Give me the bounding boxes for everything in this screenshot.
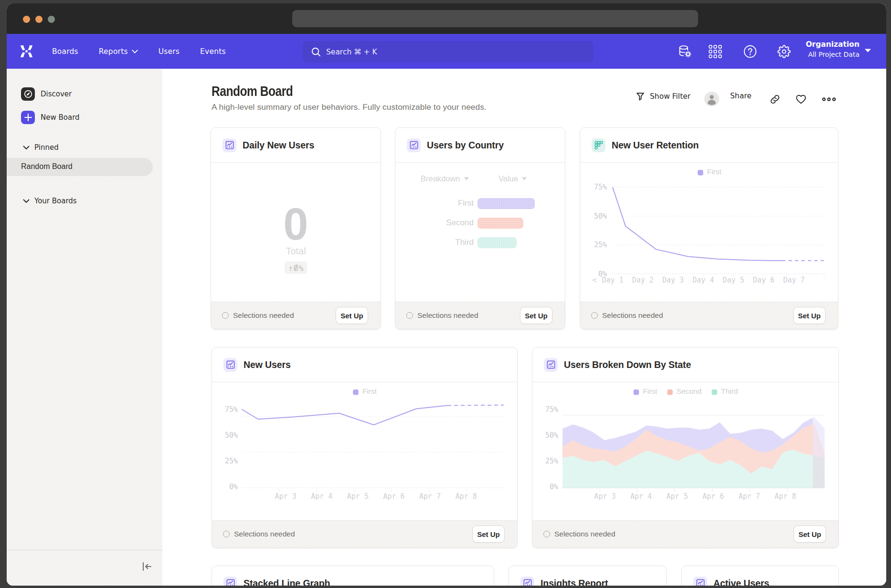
- nav-item-users[interactable]: Users: [159, 47, 180, 56]
- search-placeholder: Search ⌘ + K: [326, 48, 377, 56]
- country-row-label: Second: [435, 218, 474, 228]
- status-circle-icon: [543, 531, 550, 537]
- svg-text:Second: Second: [677, 387, 702, 395]
- svg-text:Apr 7: Apr 7: [419, 492, 441, 501]
- set-up-button[interactable]: Set Up: [793, 307, 826, 324]
- card-title: Insights Report: [541, 578, 608, 586]
- settings-button[interactable]: [776, 44, 791, 59]
- copy-link-button[interactable]: [769, 94, 781, 105]
- svg-text:25%: 25%: [225, 457, 238, 465]
- svg-text:Apr 4: Apr 4: [630, 492, 652, 501]
- column-breakdown[interactable]: Breakdown: [421, 174, 469, 183]
- svg-text:25%: 25%: [594, 241, 607, 249]
- window-minimize-button[interactable]: [35, 16, 42, 23]
- country-row-bar: [477, 198, 535, 209]
- svg-text:First: First: [362, 387, 377, 395]
- org-switcher[interactable]: Organization All Project Data: [806, 40, 859, 58]
- ellipsis-icon: [822, 96, 836, 102]
- board-subtitle: A high-level summary of user behaviors. …: [212, 102, 487, 112]
- svg-text:Day 6: Day 6: [753, 276, 774, 284]
- browser-window: BoardsReportsUsersEvents Search ⌘ + K: [7, 3, 886, 586]
- address-bar[interactable]: [292, 10, 698, 27]
- sidebar-random-board-label: Random Board: [21, 162, 73, 171]
- nav-item-boards[interactable]: Boards: [52, 47, 78, 56]
- svg-text:Day 3: Day 3: [662, 276, 684, 284]
- card-title: New Users: [244, 359, 291, 370]
- window-zoom-button[interactable]: [48, 16, 55, 23]
- status-text: Selections needed: [417, 311, 478, 320]
- nav-item-reports[interactable]: Reports: [99, 47, 138, 56]
- sidebar-section-your-boards[interactable]: Your Boards: [23, 197, 77, 205]
- board-owner-avatar[interactable]: [704, 92, 719, 106]
- card-footer: Selections needed Set Up: [395, 302, 565, 329]
- svg-text:Apr 6: Apr 6: [383, 492, 404, 501]
- apps-menu-button[interactable]: [708, 44, 722, 59]
- sidebar: Discover New Board Pinned Random Board Y…: [7, 69, 162, 586]
- set-up-button[interactable]: Set Up: [794, 525, 826, 543]
- line-chart-icon: [223, 358, 237, 372]
- sidebar-discover-label: Discover: [41, 90, 72, 98]
- card-stacked-line-graph: Stacked Line Graph: [212, 566, 494, 586]
- new-users-line-chart: First0%25%50%75%Apr 3Apr 4Apr 5Apr 6Apr …: [212, 382, 518, 521]
- svg-text:50%: 50%: [545, 431, 558, 440]
- svg-text:75%: 75%: [545, 405, 558, 414]
- card-footer: Selections needed Set Up: [211, 302, 381, 329]
- nav-item-label: Users: [159, 47, 180, 56]
- caret-down-icon: [522, 177, 527, 180]
- metric-label: Total: [211, 246, 381, 257]
- column-value[interactable]: Value: [499, 174, 527, 183]
- help-button[interactable]: [742, 44, 757, 59]
- metric-delta-badge: ↑0%: [284, 262, 308, 274]
- card-footer: Selections needed Set Up: [212, 520, 517, 547]
- sidebar-item-new-board[interactable]: New Board: [21, 111, 80, 124]
- data-management-button[interactable]: [678, 44, 692, 59]
- sidebar-new-board-label: New Board: [41, 113, 80, 122]
- svg-text:Apr 8: Apr 8: [774, 492, 796, 501]
- set-up-button[interactable]: Set Up: [336, 307, 368, 324]
- svg-text:Day 5: Day 5: [723, 276, 744, 284]
- svg-text:0%: 0%: [550, 483, 558, 491]
- svg-text:First: First: [707, 168, 722, 176]
- card-title: New User Retention: [612, 140, 699, 151]
- status-text: Selections needed: [554, 530, 615, 538]
- filter-funnel-icon: [636, 92, 645, 101]
- share-button[interactable]: Share: [730, 92, 752, 100]
- country-row-bar: [477, 237, 517, 248]
- card-daily-new-users: Daily New Users 0 Total ↑0% Selections n…: [211, 127, 381, 329]
- line-chart-icon: [693, 577, 707, 586]
- svg-text:Apr 8: Apr 8: [456, 492, 477, 501]
- sidebar-section-pinned[interactable]: Pinned: [23, 143, 59, 152]
- retention-grid-icon: [592, 138, 605, 152]
- nav-item-events[interactable]: Events: [200, 47, 226, 56]
- show-filter-button[interactable]: Show Filter: [636, 92, 690, 101]
- sidebar-item-discover[interactable]: Discover: [21, 87, 72, 101]
- country-row-label: Third: [435, 238, 474, 247]
- card-header: New Users: [212, 347, 517, 382]
- collapse-sidebar-icon[interactable]: [141, 561, 153, 572]
- card-header: Users by Country: [395, 128, 565, 163]
- sidebar-divider: [7, 550, 162, 550]
- card-insights-report: Insights Report: [509, 566, 667, 586]
- window-titlebar: [7, 3, 886, 34]
- svg-text:50%: 50%: [594, 212, 607, 220]
- org-caret-icon: [864, 48, 871, 53]
- mixpanel-logo[interactable]: [21, 45, 32, 57]
- favorite-button[interactable]: [795, 94, 807, 105]
- card-header: New User Retention: [580, 128, 838, 163]
- window-close-button[interactable]: [23, 16, 30, 23]
- search-input[interactable]: Search ⌘ + K: [303, 41, 594, 63]
- card-title: Users Broken Down By State: [564, 359, 691, 370]
- link-icon: [769, 94, 781, 105]
- board-content: Random Board A high-level summary of use…: [162, 69, 886, 586]
- card-header: Daily New Users: [211, 128, 381, 163]
- chevron-down-icon: [132, 50, 138, 53]
- card-title: Stacked Line Graph: [244, 578, 330, 586]
- card-title: Daily New Users: [243, 140, 314, 151]
- svg-text:50%: 50%: [225, 431, 238, 440]
- card-active-users: Active Users: [681, 566, 839, 586]
- set-up-button[interactable]: Set Up: [472, 525, 505, 543]
- country-row-bar: [477, 218, 523, 229]
- set-up-button[interactable]: Set Up: [520, 307, 552, 324]
- more-options-button[interactable]: [822, 96, 836, 102]
- svg-text:25%: 25%: [545, 457, 558, 465]
